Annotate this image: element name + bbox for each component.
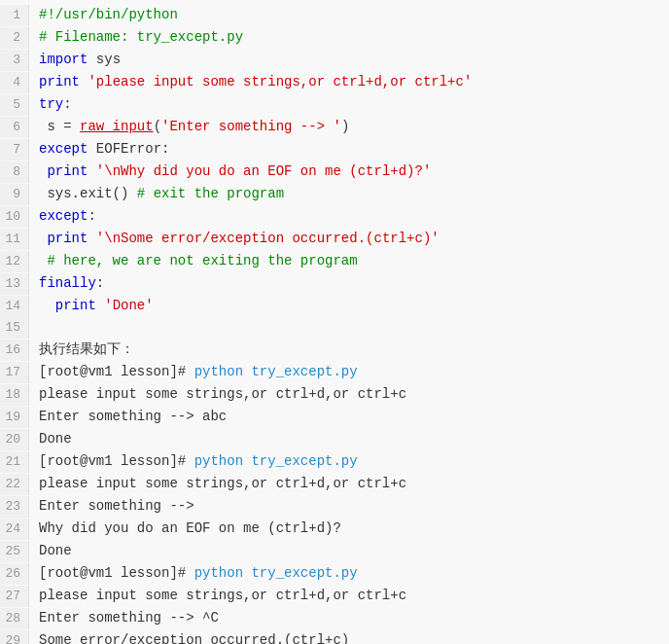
line-content: #!/usr/bin/python: [29, 4, 178, 25]
line-number: 6: [0, 117, 29, 138]
code-line: 20Done: [0, 428, 669, 450]
line-number: 3: [0, 50, 29, 71]
line-number: 28: [0, 608, 29, 629]
code-line: 16执行结果如下：: [0, 339, 669, 361]
code-line: 2# Filename: try_except.py: [0, 26, 669, 49]
line-content: Enter something --> abc: [29, 406, 227, 427]
code-line: 17[root@vm1 lesson]# python try_except.p…: [0, 361, 669, 383]
code-line: 11 print '\nSome error/exception occurre…: [0, 228, 669, 250]
code-container: 1#!/usr/bin/python2# Filename: try_excep…: [0, 0, 669, 644]
line-number: 7: [0, 139, 29, 161]
line-number: 13: [0, 273, 29, 295]
line-content: # Filename: try_except.py: [29, 26, 243, 48]
line-content: sys.exit() # exit the program: [29, 183, 284, 204]
code-line: 14 print 'Done': [0, 295, 669, 317]
line-number: 24: [0, 519, 29, 540]
line-content: except:: [29, 205, 96, 227]
line-number: 8: [0, 161, 29, 183]
line-number: 20: [0, 429, 29, 450]
code-line: 29Some error/exception occurred.(ctrl+c): [0, 629, 669, 644]
line-number: 4: [0, 72, 29, 93]
code-line: 8 print '\nWhy did you do an EOF on me (…: [0, 161, 669, 183]
line-number: 25: [0, 541, 29, 562]
line-content: # here, we are not exiting the program: [29, 250, 358, 271]
code-line: 19Enter something --> abc: [0, 406, 669, 428]
line-number: 21: [0, 451, 29, 473]
line-content: Enter something --> ^C: [29, 607, 219, 628]
code-line: 18please input some strings,or ctrl+d,or…: [0, 383, 669, 406]
line-content: please input some strings,or ctrl+d,or c…: [29, 585, 406, 606]
code-line: 25Done: [0, 540, 669, 562]
code-line: 4print 'please input some strings,or ctr…: [0, 71, 669, 93]
line-number: 1: [0, 5, 29, 26]
line-content: print 'please input some strings,or ctrl…: [29, 71, 472, 92]
line-content: please input some strings,or ctrl+d,or c…: [29, 383, 406, 405]
line-content: please input some strings,or ctrl+d,or c…: [29, 473, 406, 494]
line-content: print '\nSome error/exception occurred.(…: [29, 228, 440, 249]
line-number: 11: [0, 229, 29, 250]
code-line: 21[root@vm1 lesson]# python try_except.p…: [0, 450, 669, 473]
code-line: 24Why did you do an EOF on me (ctrl+d)?: [0, 518, 669, 540]
line-number: 26: [0, 563, 29, 585]
line-number: 18: [0, 384, 29, 406]
code-line: 5try:: [0, 93, 669, 116]
code-line: 1#!/usr/bin/python: [0, 4, 669, 26]
line-content: [root@vm1 lesson]# python try_except.py: [29, 361, 358, 382]
line-number: 23: [0, 496, 29, 518]
line-content: except EOFError:: [29, 138, 169, 160]
line-number: 22: [0, 474, 29, 495]
code-line: 22please input some strings,or ctrl+d,or…: [0, 473, 669, 495]
code-line: 27please input some strings,or ctrl+d,or…: [0, 585, 669, 607]
line-content: Some error/exception occurred.(ctrl+c): [29, 629, 349, 644]
line-content: print '\nWhy did you do an EOF on me (ct…: [29, 161, 431, 182]
code-line: 13finally:: [0, 272, 669, 295]
code-line: 12 # here, we are not exiting the progra…: [0, 250, 669, 272]
line-content: 执行结果如下：: [29, 339, 134, 360]
line-number: 9: [0, 184, 29, 205]
line-content: import sys: [29, 49, 121, 70]
line-content: Enter something -->: [29, 495, 194, 517]
line-number: 10: [0, 206, 29, 228]
line-content: [root@vm1 lesson]# python try_except.py: [29, 562, 358, 584]
line-number: 14: [0, 296, 29, 317]
line-content: print 'Done': [29, 295, 154, 316]
line-content: finally:: [29, 272, 104, 294]
code-line: 7except EOFError:: [0, 138, 669, 161]
code-line: 3import sys: [0, 49, 669, 71]
code-line: 6 s = raw_input('Enter something --> '): [0, 116, 669, 138]
line-content: try:: [29, 93, 72, 115]
code-line: 28Enter something --> ^C: [0, 607, 669, 629]
line-number: 27: [0, 586, 29, 607]
line-number: 12: [0, 251, 29, 272]
line-number: 15: [0, 317, 29, 339]
line-content: s = raw_input('Enter something --> '): [29, 116, 349, 137]
line-content: [root@vm1 lesson]# python try_except.py: [29, 450, 358, 472]
line-content: Why did you do an EOF on me (ctrl+d)?: [29, 518, 341, 539]
line-number: 29: [0, 630, 29, 644]
code-line: 9 sys.exit() # exit the program: [0, 183, 669, 205]
code-line: 26[root@vm1 lesson]# python try_except.p…: [0, 562, 669, 585]
line-number: 2: [0, 27, 29, 49]
line-number: 5: [0, 94, 29, 116]
line-number: 17: [0, 362, 29, 383]
code-line: 10except:: [0, 205, 669, 228]
line-number: 16: [0, 340, 29, 361]
code-line: 15: [0, 317, 669, 339]
line-number: 19: [0, 407, 29, 428]
code-line: 23Enter something -->: [0, 495, 669, 518]
line-content: Done: [29, 428, 72, 449]
line-content: Done: [29, 540, 72, 561]
